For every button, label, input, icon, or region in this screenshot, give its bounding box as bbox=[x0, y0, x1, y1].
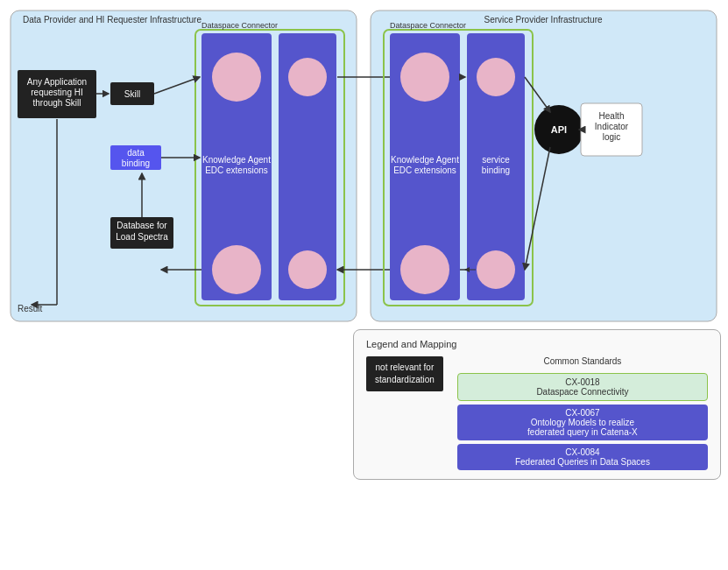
svg-point-42 bbox=[400, 245, 449, 294]
svg-rect-54 bbox=[581, 103, 642, 156]
svg-text:Service Provider Infrastructur: Service Provider Infrastructure bbox=[484, 15, 602, 25]
svg-point-9 bbox=[212, 53, 261, 102]
svg-rect-6 bbox=[201, 33, 272, 300]
svg-text:Knowledge Agent: Knowledge Agent bbox=[391, 155, 459, 165]
svg-text:Dataspace Connector: Dataspace Connector bbox=[201, 21, 278, 30]
svg-text:API: API bbox=[551, 124, 567, 135]
svg-rect-38 bbox=[390, 33, 460, 300]
svg-point-12 bbox=[288, 58, 327, 96]
common-standards-title: Common Standards bbox=[457, 356, 708, 366]
svg-text:EDC extensions: EDC extensions bbox=[205, 165, 268, 175]
svg-rect-36 bbox=[384, 30, 533, 306]
standard-cx0084: CX-0084Federated Queries in Data Spaces bbox=[457, 444, 708, 470]
not-relevant-label: not relevant forstandardization bbox=[366, 356, 443, 391]
svg-text:logic: logic bbox=[603, 132, 621, 142]
legend-left: not relevant forstandardization bbox=[366, 356, 443, 470]
svg-rect-11 bbox=[279, 33, 336, 300]
svg-point-13 bbox=[288, 250, 327, 289]
svg-point-50 bbox=[534, 105, 583, 154]
legend-title: Legend and Mapping bbox=[366, 339, 708, 349]
svg-point-10 bbox=[212, 245, 261, 294]
svg-point-46 bbox=[477, 58, 515, 96]
svg-rect-43 bbox=[467, 33, 525, 300]
svg-line-52 bbox=[525, 77, 550, 112]
diagram-area: Data Provider and HI Requester Infrastru… bbox=[7, 7, 721, 331]
svg-line-28 bbox=[154, 77, 200, 94]
svg-text:requesting HI: requesting HI bbox=[31, 88, 82, 97]
standard-cx0018: CX-0018Dataspace Connectivity bbox=[457, 373, 708, 401]
svg-line-53 bbox=[525, 147, 550, 270]
svg-text:Database for: Database for bbox=[117, 221, 167, 230]
svg-rect-0 bbox=[11, 11, 357, 321]
svg-text:EDC extensions: EDC extensions bbox=[393, 165, 456, 175]
svg-text:service: service bbox=[482, 155, 510, 165]
svg-rect-4 bbox=[195, 30, 344, 306]
svg-rect-14 bbox=[18, 70, 96, 118]
svg-rect-1 bbox=[371, 11, 717, 321]
svg-text:binding: binding bbox=[122, 158, 150, 168]
legend-right: Common Standards CX-0018Dataspace Connec… bbox=[457, 356, 708, 470]
svg-text:Skill: Skill bbox=[124, 89, 140, 99]
svg-rect-23 bbox=[110, 217, 173, 249]
svg-text:data: data bbox=[127, 148, 145, 158]
svg-text:Health: Health bbox=[599, 111, 625, 121]
svg-text:Knowledge Agent: Knowledge Agent bbox=[202, 155, 271, 165]
legend-box: Legend and Mapping not relevant forstand… bbox=[353, 329, 721, 480]
svg-point-47 bbox=[477, 250, 515, 289]
svg-text:Indicator: Indicator bbox=[595, 122, 629, 131]
svg-text:Load Spectra: Load Spectra bbox=[116, 232, 168, 242]
svg-text:Result: Result bbox=[18, 304, 43, 313]
svg-rect-20 bbox=[110, 145, 161, 170]
svg-text:Dataspace Connector: Dataspace Connector bbox=[390, 21, 466, 30]
standard-cx0067: CX-0067Ontology Models to realizefederat… bbox=[457, 405, 708, 440]
svg-rect-18 bbox=[110, 82, 154, 105]
svg-text:Data Provider and HI Requester: Data Provider and HI Requester Infrastru… bbox=[23, 15, 201, 25]
svg-point-41 bbox=[400, 53, 449, 102]
svg-text:through Skill: through Skill bbox=[32, 98, 81, 108]
svg-text:binding: binding bbox=[482, 165, 510, 175]
svg-text:Any Application: Any Application bbox=[27, 77, 87, 87]
